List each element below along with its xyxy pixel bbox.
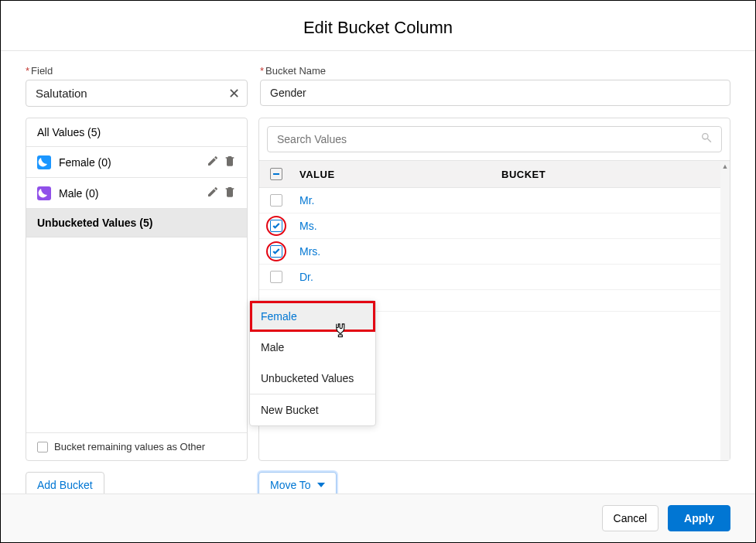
- table-header: VALUE BUCKET: [259, 161, 730, 188]
- field-label: *Field: [26, 65, 248, 77]
- value-row[interactable]: Mr.: [259, 188, 730, 213]
- bucketname-input[interactable]: [260, 80, 730, 106]
- remaining-as-other-row[interactable]: Bucket remaining values as Other: [26, 432, 247, 460]
- value-label: Ms.: [299, 220, 317, 232]
- all-values-item[interactable]: All Values (5): [26, 118, 247, 147]
- bucket-item-label: Unbucketed Values (5): [37, 217, 152, 229]
- row-checkbox[interactable]: [270, 220, 282, 232]
- value-row[interactable]: Mrs.: [259, 239, 730, 265]
- field-input[interactable]: [26, 80, 248, 107]
- remaining-checkbox[interactable]: [37, 442, 48, 452]
- value-label: Mr.: [299, 194, 314, 207]
- value-label: Dr.: [299, 271, 313, 283]
- dropdown-item[interactable]: Female: [250, 301, 375, 332]
- bucket-item-label: Female (0): [59, 156, 111, 169]
- search-input[interactable]: [267, 126, 722, 152]
- chevron-down-icon: [317, 483, 325, 487]
- bucket-icon: [37, 155, 51, 169]
- dropdown-item[interactable]: Male: [250, 332, 375, 363]
- row-checkbox[interactable]: [270, 245, 282, 258]
- search-icon: [700, 131, 713, 147]
- apply-button[interactable]: Apply: [668, 505, 730, 531]
- trash-icon[interactable]: [224, 155, 236, 169]
- bucket-item-male[interactable]: Male (0): [26, 178, 247, 209]
- bucket-item-label: Male (0): [59, 187, 98, 200]
- move-to-dropdown: FemaleMaleUnbucketed ValuesNew Bucket: [249, 300, 376, 426]
- dropdown-item[interactable]: Unbucketed Values: [250, 363, 375, 394]
- select-all-checkbox[interactable]: [270, 168, 282, 180]
- bucketname-label: *Bucket Name: [260, 65, 730, 77]
- clear-field-icon[interactable]: ✕: [228, 85, 240, 102]
- scroll-up-icon[interactable]: ▲: [720, 162, 730, 171]
- th-value: VALUE: [299, 169, 501, 180]
- pencil-icon[interactable]: [207, 186, 219, 200]
- value-row[interactable]: Ms.: [259, 213, 730, 239]
- bucket-list-panel: All Values (5) Female (0) Male (0) Unbuc…: [26, 118, 248, 461]
- modal-footer: Cancel Apply: [1, 493, 755, 542]
- trash-icon[interactable]: [224, 186, 236, 200]
- dropdown-item[interactable]: New Bucket: [250, 394, 375, 425]
- bucket-icon: [37, 186, 51, 200]
- value-row[interactable]: Dr.: [259, 265, 730, 290]
- cancel-button[interactable]: Cancel: [602, 505, 659, 531]
- pencil-icon[interactable]: [207, 155, 219, 169]
- th-bucket: BUCKET: [501, 169, 719, 180]
- modal-title: Edit Bucket Column: [1, 1, 755, 51]
- bucket-item-female[interactable]: Female (0): [26, 147, 247, 178]
- row-checkbox[interactable]: [270, 194, 282, 207]
- value-label: Mrs.: [299, 245, 320, 258]
- bucket-item-unbucketed[interactable]: Unbucketed Values (5): [26, 209, 247, 237]
- scrollbar[interactable]: ▲: [720, 162, 730, 460]
- remaining-label: Bucket remaining values as Other: [54, 441, 205, 452]
- row-checkbox[interactable]: [270, 271, 282, 283]
